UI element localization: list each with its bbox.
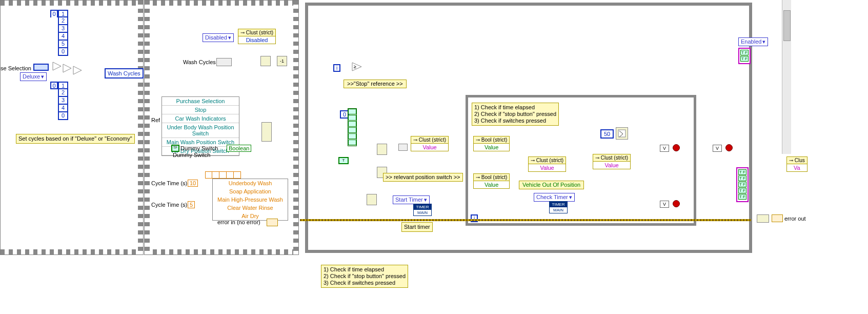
prop-clust-inner-2[interactable]: ⊸ Clust (strict) Value — [593, 154, 631, 169]
prop-header: ⊸ Clust (strict) — [413, 137, 446, 143]
prop-header: ⊸ Clust (strict) — [595, 155, 628, 161]
dummy-switch-label-2: Dummy Switch — [173, 152, 210, 158]
error-wire — [300, 219, 751, 221]
cycle-time-a-val[interactable]: 10 — [188, 180, 198, 187]
const-b0b: 0 — [58, 112, 68, 120]
prop-val: Value — [411, 144, 449, 151]
bundle-node[interactable] — [398, 144, 408, 151]
index-array-3[interactable] — [367, 194, 377, 205]
tf-cell — [348, 115, 356, 121]
check-list-comment: 1) Check if time elapsed 2) Check if "st… — [472, 103, 559, 126]
list-item: Main High-Pressure Wash — [213, 195, 288, 204]
or-gate-1: V — [660, 145, 669, 152]
prop-val-disabled: Disabled — [238, 36, 276, 44]
const-2: 2 — [58, 17, 68, 25]
array-size-icon[interactable] — [260, 56, 271, 66]
array-idx-0: 0 — [50, 10, 58, 17]
list-item: Clear Water Rinse — [213, 204, 288, 212]
stop-ref-label: >>"Stop" reference >> — [344, 80, 407, 88]
tf-block-right-mid: T FT FT FT FT F — [736, 167, 749, 202]
triangles-icon — [52, 61, 83, 77]
error-out-label: error out — [784, 215, 806, 222]
prop-clust-inner-1[interactable]: ⊸ Clust (strict) Value — [528, 156, 566, 172]
wash-steps-list[interactable]: Underbody Wash Soap Application Main Hig… — [212, 179, 288, 221]
const-3: 3 — [58, 25, 68, 33]
orange-idx — [205, 171, 212, 179]
orange-idx — [227, 171, 234, 179]
selection-terminal[interactable] — [33, 64, 49, 71]
const-5: 5 — [58, 41, 68, 48]
svg-text:≥: ≥ — [354, 64, 356, 69]
error-in-label: error in (no error) — [217, 219, 260, 225]
tf-cell — [348, 127, 356, 133]
tf-cell — [348, 140, 356, 145]
prop-val: Value — [473, 181, 510, 189]
loop-i: i — [333, 64, 340, 72]
prop-val: Value — [473, 144, 510, 151]
tf-cell — [348, 133, 356, 139]
vehicle-oop: Vehicle Out Of Position — [519, 181, 584, 189]
orange-idx — [212, 171, 219, 179]
prop-bool-1[interactable]: ⊸ Bool (strict) Value — [473, 136, 510, 151]
index-array-1[interactable] — [377, 144, 387, 155]
start-timer-caption: Start timer — [401, 222, 433, 232]
cluster-item: Purchase Selection — [162, 97, 239, 106]
prop-clust-rightedge[interactable]: ⊸ Clus Va — [786, 156, 808, 172]
cluster-item: Stop — [162, 106, 239, 114]
boolean-label: Boolean — [227, 145, 251, 152]
const-1: 1 — [58, 10, 68, 17]
list-item: Underbody Wash — [213, 179, 288, 187]
comment-set-cycles: Set cycles based on if "Deluxe" or "Econ… — [16, 134, 135, 144]
or-gate-2: V — [660, 201, 669, 208]
prop-val: Value — [593, 162, 631, 169]
wait-ms-icon[interactable] — [616, 127, 628, 140]
tf-cell — [348, 121, 356, 127]
start-timer-ring[interactable]: Start Timer — [393, 195, 430, 204]
loop-stop-1[interactable] — [673, 144, 680, 151]
greater-equal-icon: ≥ — [351, 62, 362, 72]
error-in-terminal[interactable] — [267, 219, 278, 226]
const-b4: 4 — [58, 105, 68, 112]
const-4: 4 — [58, 33, 68, 41]
cluster-item: Under Body Wash Position Switch — [162, 123, 239, 138]
prop-val: Va — [786, 164, 808, 172]
svg-marker-2 — [73, 66, 82, 74]
enabled-ring[interactable]: Enabled — [738, 37, 768, 46]
const-0b: 0 — [58, 48, 68, 56]
check-timer-ring[interactable]: Check Timer — [534, 193, 575, 202]
vertical-scrollbar[interactable] — [782, 0, 791, 154]
true-const[interactable]: T — [338, 157, 349, 164]
wash-cycles-indicator[interactable]: Wash Cycles — [105, 68, 144, 78]
dummy-switch-term[interactable]: TF — [171, 145, 179, 152]
prop-bool-2[interactable]: ⊸ Bool (strict) Value — [473, 173, 510, 189]
cycle-time-a-label: Cycle Time (s) — [151, 180, 187, 186]
const-b2: 2 — [58, 89, 68, 97]
bottom-check-list: 1) Check if time elapsed 2) Check if "st… — [321, 265, 408, 288]
build-array-icon[interactable] — [261, 122, 272, 142]
prop-header: ⊸ Clust (strict) — [240, 30, 273, 35]
prop-header: ⊸ Clust (strict) — [531, 158, 563, 163]
array-idx-b0: 0 — [50, 82, 58, 89]
disabled-ring[interactable]: Disabled — [203, 33, 234, 42]
prop-val: Value — [528, 164, 566, 172]
wash-cycles-terminal[interactable] — [216, 58, 232, 66]
prop-header: ⊸ Clus — [789, 158, 805, 163]
decrement-icon[interactable]: -1 — [277, 56, 287, 66]
disabled-prop-node[interactable]: ⊸ Clust (strict) Disabled — [238, 29, 276, 44]
tf-block-right-top: T FT F — [738, 48, 751, 64]
svg-marker-0 — [53, 62, 61, 70]
timer-subvi-start[interactable]: TIMERMAIN — [413, 204, 432, 216]
selection-label: se Selection — [1, 65, 31, 71]
loop-stop-2[interactable] — [673, 200, 680, 207]
merge-errors-icon[interactable] — [757, 214, 769, 223]
timer-subvi-check[interactable]: TIMERMAIN — [549, 201, 568, 213]
const-b1: 1 — [58, 82, 68, 89]
or-gate-outer: V — [713, 145, 722, 152]
prop-clust-1[interactable]: ⊸ Clust (strict) Value — [411, 136, 449, 151]
pos-switch-label: >> relevant position switch >> — [383, 173, 463, 182]
deluxe-ring[interactable]: Deluxe — [20, 72, 47, 81]
loop-stop-outer[interactable] — [725, 144, 733, 151]
cycle-time-b-val[interactable]: 5 — [188, 201, 195, 208]
error-out-terminal[interactable] — [772, 214, 783, 222]
sequence-frame-2: Disabled ⊸ Clust (strict) Disabled Wash … — [144, 0, 299, 255]
